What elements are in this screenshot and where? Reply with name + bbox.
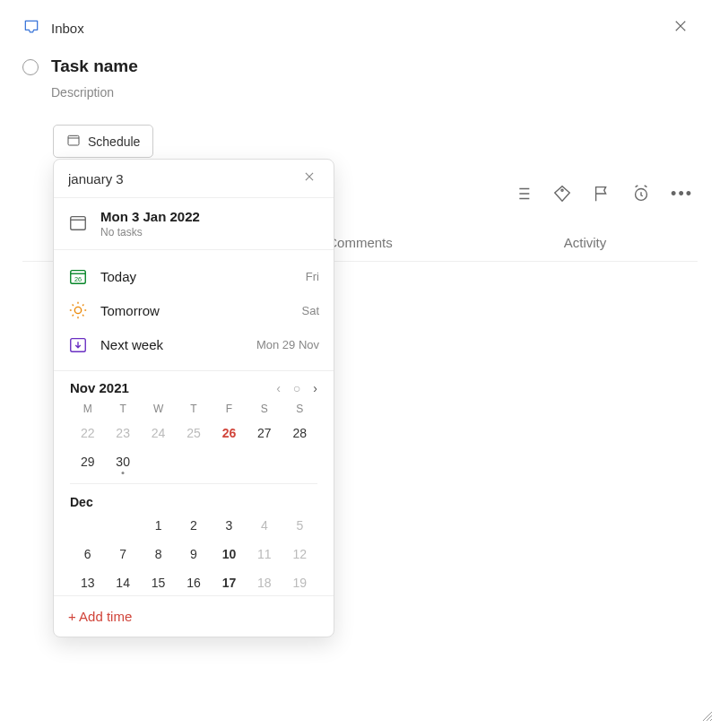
calendar-dow: S [247, 403, 282, 415]
calendar-day[interactable]: 6 [70, 547, 105, 561]
calendar-dow: T [105, 403, 140, 415]
calendar-day[interactable]: 26 [212, 426, 247, 440]
calendar-day[interactable]: 15 [141, 576, 176, 590]
task-description-input[interactable]: Description [51, 85, 138, 100]
svg-point-6 [561, 189, 563, 191]
calendar-icon [66, 133, 81, 150]
calendar-day[interactable]: 14 [105, 576, 140, 590]
calendar-day [212, 455, 247, 469]
quick-date-options: 26 Today Fri Tomorrow Sat [54, 250, 334, 371]
calendar-day[interactable]: 22 [70, 426, 105, 440]
calendar-day[interactable]: 9 [176, 547, 211, 561]
quick-option-today[interactable]: 26 Today Fri [54, 259, 334, 293]
add-time-button[interactable]: + Add time [54, 595, 334, 637]
header: Inbox [0, 0, 720, 48]
inbox-icon [22, 18, 40, 39]
task-row: Task name Description [0, 48, 720, 108]
today-icon: 26 [68, 266, 88, 286]
calendar-day [176, 455, 211, 469]
breadcrumb[interactable]: Inbox [51, 21, 84, 36]
svg-rect-1 [71, 217, 86, 230]
flag-icon[interactable] [592, 184, 612, 204]
clear-search-icon[interactable] [299, 170, 319, 186]
more-icon[interactable]: ••• [671, 185, 693, 204]
schedule-button[interactable]: Schedule [53, 125, 153, 158]
calendar-day[interactable]: 27 [247, 426, 282, 440]
calendar-day[interactable]: 2 [176, 518, 211, 533]
calendar-day[interactable]: 30 [105, 455, 140, 469]
quick-option-next-week[interactable]: Next week Mon 29 Nov [54, 327, 334, 361]
svg-point-4 [74, 307, 81, 313]
calendar-day[interactable]: 29 [70, 455, 105, 469]
date-picker: Mon 3 Jan 2022 No tasks 26 Today Fri [53, 159, 334, 637]
calendar-dow: M [70, 403, 105, 415]
calendar-day[interactable]: 11 [247, 547, 282, 561]
calendar-day[interactable]: 1 [141, 518, 176, 533]
calendar-day[interactable]: 3 [212, 518, 247, 533]
date-search-input[interactable] [68, 171, 299, 186]
next-week-icon [68, 334, 88, 354]
calendar: Nov 2021 ‹ ○ › MTWTFSS 22232425262728293… [54, 371, 334, 595]
tab-activity[interactable]: Activity [473, 224, 698, 261]
calendar-day [247, 455, 282, 469]
task-name-input[interactable]: Task name [51, 56, 138, 76]
calendar-day [105, 518, 140, 533]
calendar-prev-icon[interactable]: ‹ [276, 381, 281, 395]
date-result-subtitle: No tasks [100, 226, 200, 238]
date-search-result[interactable]: Mon 3 Jan 2022 No tasks [54, 198, 334, 250]
task-complete-checkbox[interactable] [22, 59, 39, 75]
calendar-day[interactable]: 23 [105, 426, 140, 440]
calendar-next-icon[interactable]: › [313, 381, 317, 395]
calendar-dow: T [176, 403, 211, 415]
calendar-day[interactable]: 19 [282, 576, 317, 590]
svg-text:26: 26 [74, 275, 82, 283]
calendar-dow: S [282, 403, 317, 415]
calendar-day[interactable]: 18 [247, 576, 282, 590]
calendar-day[interactable]: 7 [105, 547, 140, 561]
calendar-day[interactable]: 16 [176, 576, 211, 590]
calendar-day[interactable]: 17 [212, 576, 247, 590]
calendar-month-sub: Dec [70, 483, 317, 509]
calendar-dow: W [141, 403, 176, 415]
quick-option-tomorrow[interactable]: Tomorrow Sat [54, 293, 334, 327]
schedule-button-label: Schedule [88, 134, 140, 149]
quick-label: Next week [100, 337, 244, 352]
list-icon[interactable] [513, 184, 533, 204]
calendar-day[interactable]: 10 [212, 547, 247, 561]
calendar-day [282, 455, 317, 469]
date-result-title: Mon 3 Jan 2022 [100, 209, 200, 224]
quick-label: Tomorrow [100, 303, 289, 318]
calendar-day [141, 455, 176, 469]
tag-icon[interactable] [552, 184, 572, 204]
sun-icon [68, 300, 88, 320]
calendar-month-label: Nov 2021 [70, 380, 129, 395]
quick-day: Sat [301, 304, 319, 317]
quick-day: Mon 29 Nov [256, 338, 319, 351]
quick-label: Today [100, 269, 293, 284]
calendar-today-icon[interactable]: ○ [293, 381, 300, 395]
date-result-icon [68, 212, 88, 235]
calendar-day[interactable]: 12 [282, 547, 317, 561]
calendar-day[interactable]: 25 [176, 426, 211, 440]
reminder-icon[interactable] [631, 184, 651, 204]
calendar-day[interactable]: 28 [282, 426, 317, 440]
close-button[interactable] [672, 18, 689, 37]
calendar-dow: F [212, 403, 247, 415]
quick-day: Fri [306, 270, 319, 283]
calendar-day[interactable]: 5 [282, 518, 317, 533]
calendar-day[interactable]: 4 [247, 518, 282, 533]
resize-handle-icon[interactable] [702, 710, 713, 721]
calendar-day [70, 518, 105, 533]
svg-rect-0 [68, 135, 79, 145]
calendar-day[interactable]: 8 [141, 547, 176, 561]
calendar-day[interactable]: 24 [141, 426, 176, 440]
calendar-day[interactable]: 13 [70, 576, 105, 590]
task-toolbar: ••• [513, 184, 693, 204]
